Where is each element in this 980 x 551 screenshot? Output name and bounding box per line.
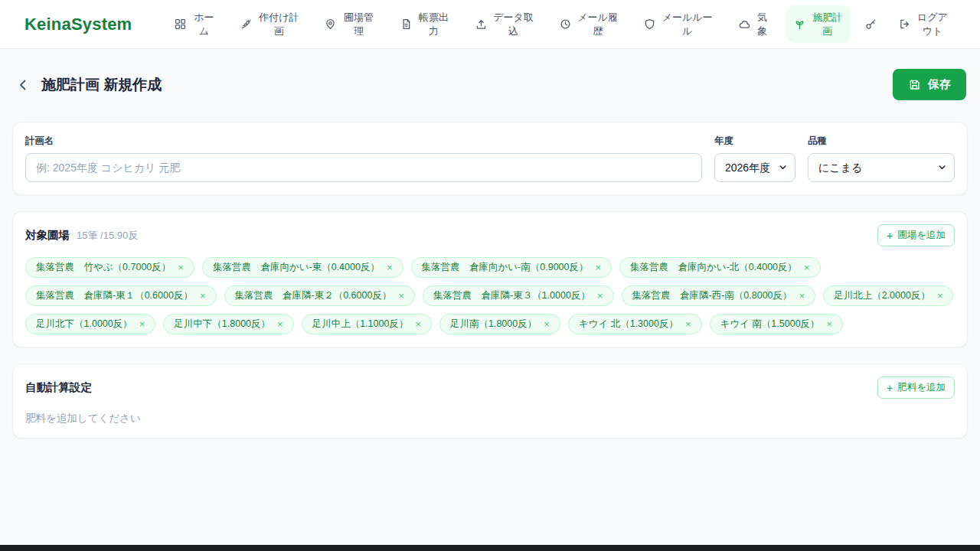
field-chip: 集落営農 倉庫隣-東３（1.0000反） ×: [423, 285, 614, 306]
logout-icon: [898, 18, 911, 31]
remove-field-button[interactable]: ×: [139, 319, 145, 329]
plan-name-input[interactable]: [25, 153, 702, 182]
nav-item-label: 圃場管理: [342, 11, 374, 37]
close-icon: ×: [139, 318, 145, 330]
target-fields-card: 対象圃場 15筆 /15.90反 + 圃場を追加 集落営農 竹やぶ（0.7000…: [12, 211, 968, 347]
remove-field-button[interactable]: ×: [398, 291, 404, 301]
nav-item-label: ログアウト: [916, 11, 949, 37]
close-icon: ×: [595, 262, 601, 273]
back-icon: [15, 77, 31, 93]
field-chip-label: 集落営農 倉庫向かい-南（0.9000反）: [422, 261, 589, 274]
field-chip: 足川北下（1.0000反） ×: [25, 314, 155, 334]
remove-field-button[interactable]: ×: [200, 291, 206, 301]
variety-select[interactable]: にこまる: [808, 153, 955, 182]
close-icon: ×: [937, 290, 943, 302]
field-chip-label: 足川北上（2.0000反）: [834, 289, 930, 302]
field-chip-label: 足川北下（1.0000反）: [36, 318, 132, 331]
plan-basics-card: 計画名 年度 2026年度 品種 にこまる: [12, 122, 968, 195]
nav-item-label: メールルール: [662, 11, 714, 37]
field-chip-label: 集落営農 倉庫隣-東１（0.6000反）: [36, 289, 193, 302]
save-icon: [908, 78, 921, 91]
plan-name-label: 計画名: [25, 135, 702, 148]
add-fertilizer-button[interactable]: + 肥料を追加: [877, 377, 955, 399]
main-content: 施肥計画 新規作成 保存 計画名 年度 2026年度: [0, 69, 980, 439]
remove-field-button[interactable]: ×: [937, 291, 943, 301]
remove-field-button[interactable]: ×: [178, 262, 184, 272]
field-chip: キウイ 南（1.5000反） ×: [710, 314, 844, 334]
history-icon: [559, 18, 572, 31]
save-button-label: 保存: [928, 77, 951, 92]
grid-icon: [174, 18, 187, 31]
year-label: 年度: [714, 135, 795, 148]
plus-icon: +: [887, 383, 893, 393]
close-icon: ×: [827, 318, 833, 330]
nav-item-mail-history[interactable]: メール履歴: [552, 5, 626, 42]
nav-item-data-import[interactable]: データ取込: [468, 5, 541, 42]
nav-items: ホーム 作付け計画 圃場管理 帳票出力 データ取込: [167, 5, 956, 42]
fields-summary: 15筆 /15.90反: [77, 229, 138, 243]
field-chip-label: 集落営農 竹やぶ（0.7000反）: [36, 261, 171, 274]
upload-icon: [475, 18, 488, 31]
field-chip-label: キウイ 北（1.3000反）: [579, 318, 678, 331]
plus-icon: +: [887, 230, 893, 241]
field-chip-label: 集落営農 倉庫向かい-東（0.4000反）: [213, 261, 380, 274]
bottom-bar: [0, 545, 980, 551]
remove-field-button[interactable]: ×: [799, 291, 805, 301]
nav-item-mail-rules[interactable]: メールルール: [636, 5, 720, 42]
nav-item-home[interactable]: ホーム: [167, 5, 222, 42]
year-select[interactable]: 2026年度: [714, 153, 795, 182]
remove-field-button[interactable]: ×: [387, 262, 393, 272]
year-select-wrap: 2026年度: [714, 153, 795, 182]
variety-label: 品種: [808, 135, 955, 148]
field-chip: 集落営農 倉庫向かい-南（0.9000反） ×: [411, 257, 612, 278]
close-icon: ×: [804, 262, 810, 273]
remove-field-button[interactable]: ×: [685, 319, 691, 329]
close-icon: ×: [415, 318, 421, 330]
field-chip: 集落営農 竹やぶ（0.7000反） ×: [25, 257, 194, 278]
field-chip: 集落営農 倉庫隣-西-南（0.8000反） ×: [622, 285, 816, 306]
top-navigation: KeinaSystem ホーム 作付け計画 圃場管理 帳票出力: [0, 0, 980, 49]
nav-item-report-output[interactable]: 帳票出力: [393, 5, 457, 42]
remove-field-button[interactable]: ×: [597, 291, 603, 301]
close-icon: ×: [544, 318, 550, 330]
save-button[interactable]: 保存: [893, 69, 966, 100]
close-icon: ×: [277, 318, 283, 330]
nav-item-key[interactable]: [861, 12, 880, 36]
field-chip: 足川南（1.8000反） ×: [439, 314, 560, 334]
back-button[interactable]: [14, 76, 32, 94]
field-chip: 集落営農 倉庫向かい-東（0.4000反） ×: [202, 257, 403, 278]
sprout-icon: [793, 18, 806, 31]
close-icon: ×: [387, 262, 393, 273]
brand-logo[interactable]: KeinaSystem: [24, 15, 132, 34]
section-title: 自動計算設定: [25, 380, 92, 395]
field-chip-label: 足川南（1.8000反）: [450, 318, 537, 331]
field-chip-label: 集落営農 倉庫隣-東３（1.0000反）: [433, 289, 590, 302]
field-chip-label: 集落営農 倉庫向かい-北（0.4000反）: [630, 261, 797, 274]
nav-item-planting-plan[interactable]: 作付け計画: [233, 5, 306, 42]
document-icon: [400, 18, 413, 31]
add-field-button-label: 圃場を追加: [897, 229, 946, 242]
field-chip: 足川中下（1.8000反） ×: [163, 314, 293, 334]
page-header: 施肥計画 新規作成 保存: [14, 69, 966, 100]
nav-item-weather[interactable]: 気象: [731, 5, 776, 42]
key-icon: [864, 18, 877, 31]
nav-item-fertilization-plan[interactable]: 施肥計画: [786, 5, 851, 42]
close-icon: ×: [799, 290, 805, 302]
nav-item-field-management[interactable]: 圃場管理: [317, 5, 381, 42]
remove-field-button[interactable]: ×: [827, 319, 833, 329]
nav-item-label: 帳票出力: [418, 11, 450, 37]
nav-item-logout[interactable]: ログアウト: [891, 5, 956, 42]
map-pin-icon: [324, 18, 337, 31]
field-chip-list: 集落営農 竹やぶ（0.7000反） × 集落営農 倉庫向かい-東（0.4000反…: [25, 257, 955, 334]
field-chip-label: キウイ 南（1.5000反）: [720, 318, 820, 331]
remove-field-button[interactable]: ×: [544, 319, 550, 329]
add-fertilizer-button-label: 肥料を追加: [897, 381, 946, 394]
remove-field-button[interactable]: ×: [415, 319, 421, 329]
remove-field-button[interactable]: ×: [277, 319, 283, 329]
remove-field-button[interactable]: ×: [804, 262, 810, 272]
remove-field-button[interactable]: ×: [595, 262, 601, 272]
close-icon: ×: [398, 290, 404, 302]
field-chip: 足川北上（2.0000反） ×: [823, 285, 953, 306]
field-chip: 集落営農 倉庫隣-東１（0.6000反） ×: [25, 285, 217, 306]
add-field-button[interactable]: + 圃場を追加: [877, 224, 955, 246]
